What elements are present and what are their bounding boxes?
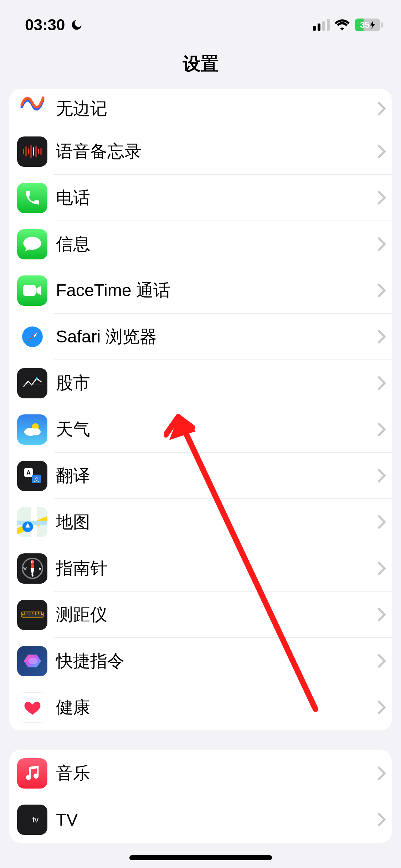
chevron-right-icon [377, 700, 386, 714]
settings-row-tv[interactable]: tv TV [9, 796, 392, 843]
page-title: 设置 [183, 52, 219, 76]
settings-row-compass[interactable]: NWES 指南针 [9, 545, 392, 591]
stocks-icon [17, 368, 47, 398]
settings-row-translate[interactable]: A文 翻译 [9, 453, 392, 499]
row-label: 指南针 [56, 557, 377, 580]
svg-text:W: W [23, 566, 27, 570]
nav-bar: 设置 [0, 39, 401, 89]
settings-row-stocks[interactable]: 股市 [9, 360, 392, 406]
settings-row-safari[interactable]: Safari 浏览器 [9, 314, 392, 360]
svg-point-36 [22, 614, 24, 615]
row-label: 音乐 [56, 762, 377, 785]
dnd-moon-icon [70, 19, 83, 31]
home-indicator [129, 855, 272, 860]
status-right: 35 [313, 19, 383, 31]
chevron-right-icon [377, 561, 386, 575]
svg-text:S: S [31, 573, 34, 577]
svg-rect-28 [21, 612, 43, 618]
chevron-right-icon [377, 144, 386, 159]
row-label: 无边记 [56, 97, 377, 120]
cellular-signal-icon [313, 19, 330, 31]
settings-row-facetime[interactable]: FaceTime 通话 [9, 267, 392, 314]
translate-icon: A文 [17, 461, 47, 491]
settings-row-measure[interactable]: 测距仪 [9, 591, 392, 638]
shortcuts-icon [17, 646, 47, 676]
weather-icon [17, 414, 47, 445]
row-label: TV [56, 810, 377, 830]
settings-row-voice-memos[interactable]: 语音备忘录 [9, 128, 392, 175]
tv-icon: tv [17, 805, 47, 835]
chevron-right-icon [377, 330, 386, 344]
chevron-right-icon [377, 102, 386, 116]
row-label: 健康 [56, 696, 377, 719]
freeform-icon [17, 89, 47, 114]
chevron-right-icon [377, 191, 386, 205]
settings-group-apps: 无边记 语音备忘录 电话 信息 [9, 89, 392, 730]
chevron-right-icon [377, 283, 386, 298]
svg-text:tv: tv [32, 815, 38, 824]
svg-text:N: N [31, 560, 34, 564]
settings-row-freeform[interactable]: 无边记 [9, 89, 392, 128]
chevron-right-icon [377, 469, 386, 483]
compass-icon: NWES [17, 553, 47, 584]
settings-row-phone[interactable]: 电话 [9, 175, 392, 221]
chevron-right-icon [377, 608, 386, 622]
phone-icon [17, 183, 47, 213]
row-label: 地图 [56, 511, 377, 533]
settings-row-music[interactable]: 音乐 [9, 750, 392, 796]
safari-icon [17, 322, 47, 352]
svg-point-37 [41, 614, 43, 615]
row-label: 电话 [56, 186, 377, 209]
svg-point-12 [36, 377, 38, 379]
row-label: FaceTime 通话 [56, 279, 377, 302]
svg-rect-9 [23, 285, 36, 296]
settings-list[interactable]: 无边记 语音备忘录 电话 信息 [0, 89, 401, 843]
battery-icon: 35 [355, 19, 383, 31]
settings-group-media: 音乐 tv TV [9, 750, 392, 843]
row-label: Safari 浏览器 [56, 325, 377, 348]
settings-row-health[interactable]: 健康 [9, 684, 392, 730]
status-bar: 03:30 35 [0, 0, 401, 39]
svg-point-16 [31, 428, 41, 435]
svg-text:A: A [26, 470, 31, 476]
row-label: 信息 [56, 233, 377, 255]
settings-row-weather[interactable]: 天气 [9, 406, 392, 453]
status-time: 03:30 [25, 16, 65, 34]
health-icon [17, 692, 47, 723]
row-label: 翻译 [56, 464, 377, 487]
chevron-right-icon [377, 812, 386, 827]
status-left: 03:30 [25, 16, 83, 34]
chevron-right-icon [377, 766, 386, 780]
row-label: 天气 [56, 418, 377, 441]
wifi-icon [335, 19, 350, 31]
row-label: 测距仪 [56, 603, 377, 626]
music-icon [17, 758, 47, 789]
row-label: 快捷指令 [56, 650, 377, 672]
voice-memos-icon [17, 136, 47, 167]
chevron-right-icon [377, 654, 386, 668]
messages-icon [17, 229, 47, 259]
chevron-right-icon [377, 515, 386, 529]
row-label: 股市 [56, 372, 377, 394]
facetime-icon [17, 275, 47, 306]
row-label: 语音备忘录 [56, 140, 377, 163]
chevron-right-icon [377, 422, 386, 436]
svg-text:E: E [38, 566, 41, 570]
chevron-right-icon [377, 237, 386, 251]
settings-row-maps[interactable]: 地图 [9, 499, 392, 545]
settings-row-shortcuts[interactable]: 快捷指令 [9, 638, 392, 684]
settings-row-messages[interactable]: 信息 [9, 221, 392, 267]
svg-text:文: 文 [34, 476, 39, 482]
battery-percent: 35 [360, 20, 370, 30]
chevron-right-icon [377, 376, 386, 390]
measure-icon [17, 600, 47, 630]
maps-icon [17, 507, 47, 537]
